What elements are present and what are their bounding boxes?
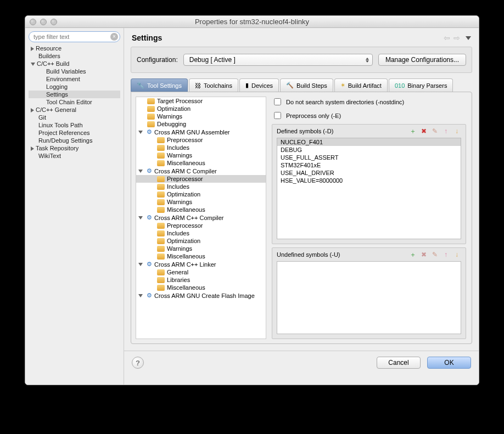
tree-item-ccbuild[interactable]: C/C++ Build: [29, 60, 120, 67]
st-cppcomp-includes[interactable]: Includes: [136, 229, 266, 237]
gear-icon: ⚙: [147, 214, 152, 221]
tree-item-run-debug[interactable]: Run/Debug Settings: [29, 137, 120, 144]
move-up-icon[interactable]: ↑: [441, 250, 450, 259]
st-cppcomp[interactable]: ⚙Cross ARM C++ Compiler: [136, 213, 266, 222]
add-icon[interactable]: ＋: [408, 127, 417, 136]
clear-filter-icon[interactable]: ×: [110, 33, 118, 41]
st-asm[interactable]: ⚙Cross ARM GNU Assembler: [136, 128, 266, 136]
tab-devices[interactable]: ▮ Devices: [239, 78, 279, 92]
tree-item-git[interactable]: Git: [29, 114, 120, 121]
tree-item-builders[interactable]: Builders: [29, 52, 120, 60]
chevron-right-icon: [31, 47, 34, 51]
st-ccomp-includes[interactable]: Includes: [136, 183, 266, 190]
gear-icon: ⚙: [147, 261, 152, 268]
st-asm-misc[interactable]: Miscellaneous: [136, 159, 266, 167]
st-linker-general[interactable]: General: [136, 268, 266, 276]
st-ccomp-misc[interactable]: Miscellaneous: [136, 206, 266, 213]
st-cppcomp-optimization[interactable]: Optimization: [136, 237, 266, 245]
st-cppcomp-warnings[interactable]: Warnings: [136, 245, 266, 252]
tree-item-resource[interactable]: Resource: [29, 44, 120, 52]
symbol-item[interactable]: STM32F401xE: [277, 161, 461, 169]
st-debugging[interactable]: Debugging: [136, 120, 266, 128]
move-up-icon[interactable]: ↑: [441, 127, 450, 136]
tree-item-ccgeneral[interactable]: C/C++ General: [29, 106, 120, 114]
ok-button[interactable]: OK: [427, 357, 471, 369]
tree-item-build-variables[interactable]: Build Variables: [29, 67, 120, 75]
tree-item-environment[interactable]: Environment: [29, 75, 120, 83]
chevron-down-icon: [31, 63, 35, 66]
move-down-icon[interactable]: ↓: [452, 250, 461, 259]
tab-label: Build Steps: [296, 82, 327, 89]
symbol-item[interactable]: USE_FULL_ASSERT: [277, 154, 461, 161]
preprocess-only-checkbox[interactable]: [274, 112, 281, 119]
manage-configurations-button[interactable]: Manage Configurations...: [378, 54, 466, 66]
minimize-window-button[interactable]: [40, 19, 47, 25]
st-asm-preprocessor[interactable]: Preprocessor: [136, 136, 266, 144]
tree-item-tool-chain-editor[interactable]: Tool Chain Editor: [29, 98, 120, 106]
st-linker-misc[interactable]: Miscellaneous: [136, 284, 266, 291]
edit-icon[interactable]: ✎: [430, 127, 439, 136]
st-optimization[interactable]: Optimization: [136, 105, 266, 112]
preprocess-only-checkbox-row[interactable]: Preprocess only (-E): [272, 110, 466, 121]
st-cppcomp-misc[interactable]: Miscellaneous: [136, 252, 266, 260]
undefined-symbols-list[interactable]: [277, 261, 461, 334]
st-label: Cross ARM C Compiler: [154, 168, 217, 174]
st-warnings[interactable]: Warnings: [136, 112, 266, 120]
close-window-button[interactable]: [30, 19, 36, 25]
tree-item-logging[interactable]: Logging: [29, 83, 120, 91]
tree-item-linux-tools-path[interactable]: Linux Tools Path: [29, 121, 120, 129]
st-ccomp-warnings[interactable]: Warnings: [136, 198, 266, 206]
symbol-item[interactable]: NUCLEO_F401: [277, 138, 461, 146]
back-icon[interactable]: ⇦: [444, 33, 450, 42]
delete-icon[interactable]: ✖: [419, 127, 428, 136]
nostdinc-checkbox-row[interactable]: Do not search system directories (-nostd…: [272, 97, 466, 107]
tree-item-wikitext[interactable]: WikiText: [29, 152, 120, 160]
filter-input[interactable]: [29, 31, 120, 42]
tree-item-settings[interactable]: Settings: [29, 91, 120, 98]
defined-symbols-panel: Defined symbols (-D) ＋ ✖ ✎ ↑ ↓ NUCLEO_F4…: [272, 124, 466, 244]
folder-icon: [157, 145, 165, 151]
configuration-select[interactable]: Debug [ Active ]: [183, 54, 373, 66]
artifact-icon: ✶: [340, 82, 345, 89]
st-cppcomp-preprocessor[interactable]: Preprocessor: [136, 222, 266, 229]
window-controls: [25, 19, 57, 25]
nostdinc-checkbox[interactable]: [274, 98, 281, 105]
symbol-item[interactable]: HSE_VALUE=8000000: [277, 177, 461, 184]
tab-label: Tool Settings: [147, 82, 182, 89]
st-asm-includes[interactable]: Includes: [136, 144, 266, 151]
zoom-window-button[interactable]: [51, 19, 57, 25]
tree-item-task-repository[interactable]: Task Repository: [29, 144, 120, 152]
st-linker[interactable]: ⚙Cross ARM C++ Linker: [136, 260, 266, 268]
settings-pane: Do not search system directories (-nostd…: [271, 92, 472, 343]
st-linker-libraries[interactable]: Libraries: [136, 276, 266, 284]
st-target-processor[interactable]: Target Processor: [136, 97, 266, 105]
tab-label: Toolchains: [204, 82, 232, 89]
folder-icon: [157, 246, 165, 252]
symbol-item[interactable]: USE_HAL_DRIVER: [277, 169, 461, 177]
st-ccomp-preprocessor[interactable]: Preprocessor: [136, 175, 266, 183]
delete-icon[interactable]: ✖: [419, 250, 428, 259]
content-area: Settings ⇦ ⇨ Configuration: Debug [ Acti…: [124, 28, 479, 385]
cancel-button[interactable]: Cancel: [377, 357, 421, 369]
tab-tool-settings[interactable]: 🔧 Tool Settings: [131, 78, 188, 92]
window-title: Properties for stm32-nucleof4-blinky: [25, 18, 479, 26]
st-ccomp-optimization[interactable]: Optimization: [136, 190, 266, 198]
st-ccomp[interactable]: ⚙Cross ARM C Compiler: [136, 167, 266, 175]
tab-toolchains[interactable]: ⛓ Toolchains: [189, 78, 238, 92]
edit-icon[interactable]: ✎: [430, 250, 439, 259]
titlebar[interactable]: Properties for stm32-nucleof4-blinky: [25, 16, 479, 28]
tab-build-steps[interactable]: 🔨 Build Steps: [280, 78, 333, 92]
defined-symbols-list[interactable]: NUCLEO_F401 DEBUG USE_FULL_ASSERT STM32F…: [277, 138, 461, 239]
tab-binary-parsers[interactable]: 010 Binary Parsers: [389, 78, 453, 92]
symbol-item[interactable]: DEBUG: [277, 146, 461, 154]
help-button[interactable]: ?: [132, 357, 144, 369]
st-label: Optimization: [157, 105, 191, 112]
tree-item-project-references[interactable]: Project References: [29, 129, 120, 137]
move-down-icon[interactable]: ↓: [452, 127, 461, 136]
menu-dropdown-icon[interactable]: [466, 36, 471, 40]
add-icon[interactable]: ＋: [408, 250, 417, 259]
forward-icon[interactable]: ⇨: [453, 33, 460, 42]
st-flash[interactable]: ⚙Cross ARM GNU Create Flash Image: [136, 291, 266, 300]
st-asm-warnings[interactable]: Warnings: [136, 151, 266, 159]
tab-build-artifact[interactable]: ✶ Build Artifact: [334, 78, 388, 92]
